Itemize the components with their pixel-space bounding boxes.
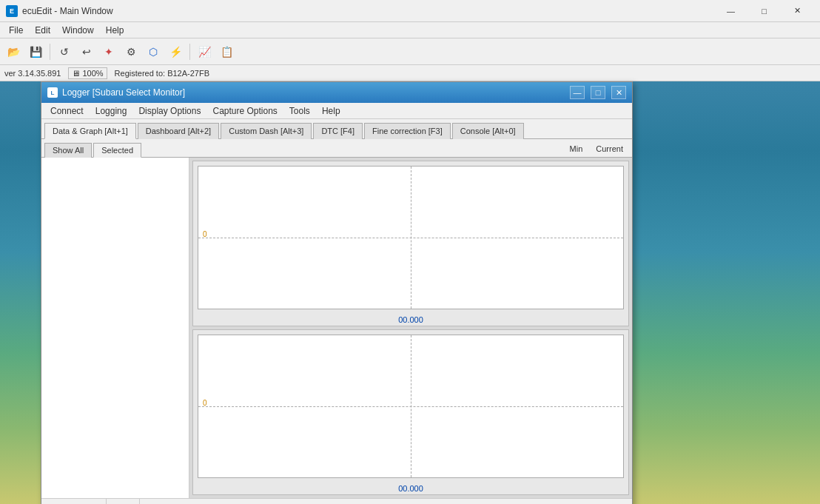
modal-menubar: Connect Logging Display Options Capture … bbox=[41, 103, 632, 119]
log-directory-status: Logging Directory is C:\Users\ucbug\Docu… bbox=[140, 499, 431, 504]
os-window-controls: — □ ✕ bbox=[714, 0, 814, 22]
menu-file[interactable]: File bbox=[3, 24, 29, 37]
modal-title: Logger [Subaru Select Monitor] bbox=[62, 87, 564, 98]
graph-zero-label-1: 0 bbox=[203, 230, 207, 238]
app-icon: E bbox=[6, 5, 18, 17]
menu-window[interactable]: Window bbox=[56, 24, 100, 37]
menu-help[interactable]: Help bbox=[100, 24, 130, 37]
zoom-badge: 🖥 100% bbox=[68, 67, 107, 79]
reload-button[interactable]: ↺ bbox=[54, 41, 75, 62]
graph-vline-1 bbox=[411, 167, 411, 309]
save-button[interactable]: 💾 bbox=[25, 41, 46, 62]
version-label: ver 3.14.35.891 bbox=[4, 69, 61, 78]
top-status-bar: ver 3.14.35.891 🖥 100% Registered to: B1… bbox=[0, 65, 820, 81]
plugin2-button[interactable]: ⬡ bbox=[143, 41, 164, 62]
content-area: 0 00.000 0 00.000 bbox=[41, 158, 632, 498]
modal-menu-display-options[interactable]: Display Options bbox=[132, 104, 206, 118]
graph-grid-2 bbox=[198, 335, 623, 477]
tab-dashboard[interactable]: Dashboard [Alt+2] bbox=[138, 123, 219, 139]
os-minimize-button[interactable]: — bbox=[714, 0, 747, 22]
com-port-status: COM1 bbox=[107, 499, 140, 504]
tab-dtc[interactable]: DTC [F4] bbox=[313, 123, 363, 139]
os-maximize-button[interactable]: □ bbox=[747, 0, 781, 22]
modal-statusbar: not connected COM1 Logging Directory is … bbox=[41, 498, 632, 504]
left-panel bbox=[41, 158, 189, 498]
graph-container-2: 0 00.000 bbox=[192, 329, 629, 495]
modal-menu-capture-options[interactable]: Capture Options bbox=[206, 104, 283, 118]
open-button[interactable]: 📂 bbox=[3, 41, 24, 62]
toolbar-separator-2 bbox=[189, 44, 190, 60]
modal-menu-tools[interactable]: Tools bbox=[283, 104, 316, 118]
tab-console[interactable]: Console [Alt+0] bbox=[452, 123, 524, 139]
subtab-selected[interactable]: Selected bbox=[93, 143, 141, 158]
logo-button[interactable]: ✦ bbox=[98, 41, 119, 62]
graph-timestamp-2: 00.000 bbox=[193, 483, 628, 494]
os-titlebar: E ecuEdit - Main Window — □ ✕ bbox=[0, 0, 820, 22]
subtab-show-all[interactable]: Show All bbox=[44, 143, 92, 158]
subtabs: Show All Selected Min Current bbox=[41, 139, 632, 158]
back-button[interactable]: ↩ bbox=[76, 41, 97, 62]
chart-button[interactable]: 📈 bbox=[194, 41, 215, 62]
menu-edit[interactable]: Edit bbox=[29, 24, 56, 37]
modal-menu-logging[interactable]: Logging bbox=[90, 104, 133, 118]
modal-maximize-button[interactable]: □ bbox=[591, 86, 605, 99]
main-tabs: Data & Graph [Alt+1] Dashboard [Alt+2] C… bbox=[41, 119, 632, 139]
app-title: ecuEdit - Main Window bbox=[22, 6, 710, 16]
modal-menu-connect[interactable]: Connect bbox=[44, 104, 90, 118]
zoom-level: 100% bbox=[82, 69, 103, 78]
tab-fine-correction[interactable]: Fine correction [F3] bbox=[364, 123, 451, 139]
modal-close-button[interactable]: ✕ bbox=[611, 86, 626, 99]
modal-menu-help[interactable]: Help bbox=[316, 104, 346, 118]
main-toolbar: 📂 💾 ↺ ↩ ✦ ⚙ ⬡ ⚡ 📈 📋 bbox=[0, 38, 820, 65]
plugin1-button[interactable]: ⚙ bbox=[121, 41, 141, 62]
monitor-icon: 🖥 bbox=[72, 69, 80, 78]
plugin3-button[interactable]: ⚡ bbox=[165, 41, 186, 62]
connection-status: not connected bbox=[46, 499, 107, 504]
graph-grid-1 bbox=[198, 167, 623, 309]
right-panel: 0 00.000 0 00.000 bbox=[189, 158, 632, 498]
tab-custom-dash[interactable]: Custom Dash [Alt+3] bbox=[221, 123, 312, 139]
toolbar-separator-1 bbox=[50, 44, 50, 60]
modal-minimize-button[interactable]: — bbox=[570, 86, 585, 99]
registered-label: Registered to: B12A-27FB bbox=[115, 69, 209, 78]
graph-vline-2 bbox=[411, 335, 411, 477]
graph-timestamp-1: 00.000 bbox=[193, 314, 628, 326]
modal-app-icon: L bbox=[47, 87, 58, 98]
os-close-button[interactable]: ✕ bbox=[781, 0, 814, 22]
current-header-label: Current bbox=[590, 142, 629, 157]
logger-modal: L Logger [Subaru Select Monitor] — □ ✕ C… bbox=[41, 81, 633, 504]
graph-container-1: 0 00.000 bbox=[192, 161, 629, 326]
tab-data-graph[interactable]: Data & Graph [Alt+1] bbox=[44, 123, 136, 139]
modal-titlebar: L Logger [Subaru Select Monitor] — □ ✕ bbox=[41, 82, 632, 103]
min-header-label: Min bbox=[564, 142, 589, 157]
log-button[interactable]: 📋 bbox=[216, 41, 237, 62]
graph-zero-label-2: 0 bbox=[203, 399, 207, 407]
main-menubar: File Edit Window Help bbox=[0, 22, 820, 38]
graph-box-2: 0 bbox=[198, 335, 624, 478]
graph-box-1: 0 bbox=[198, 166, 624, 309]
